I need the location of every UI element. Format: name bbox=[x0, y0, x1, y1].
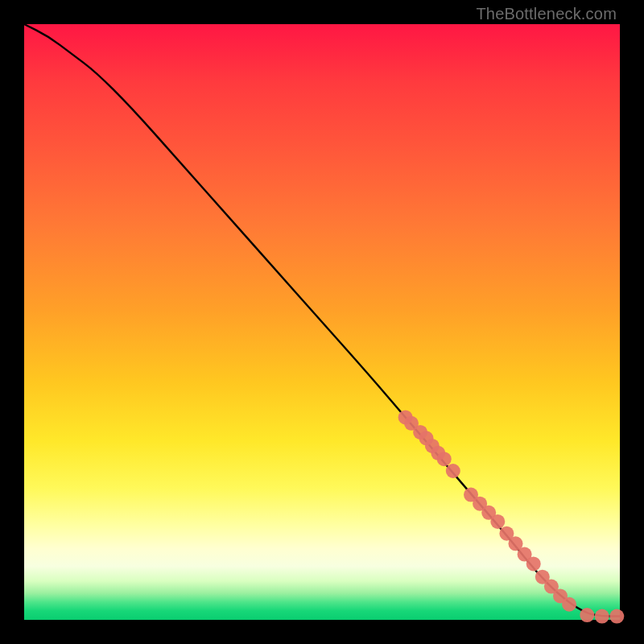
data-marker bbox=[446, 464, 460, 478]
data-marker bbox=[580, 608, 594, 622]
chart-frame: TheBottleneck.com bbox=[0, 0, 644, 644]
data-marker bbox=[562, 597, 576, 612]
data-marker bbox=[609, 609, 624, 624]
data-marker bbox=[437, 452, 452, 466]
data-marker bbox=[595, 609, 609, 624]
marker-group bbox=[398, 410, 625, 623]
curve-layer bbox=[24, 24, 620, 620]
bottleneck-curve bbox=[24, 24, 620, 617]
data-marker bbox=[490, 514, 505, 529]
watermark-label: TheBottleneck.com bbox=[476, 5, 617, 23]
data-marker bbox=[526, 556, 541, 571]
plot-area bbox=[24, 24, 620, 620]
